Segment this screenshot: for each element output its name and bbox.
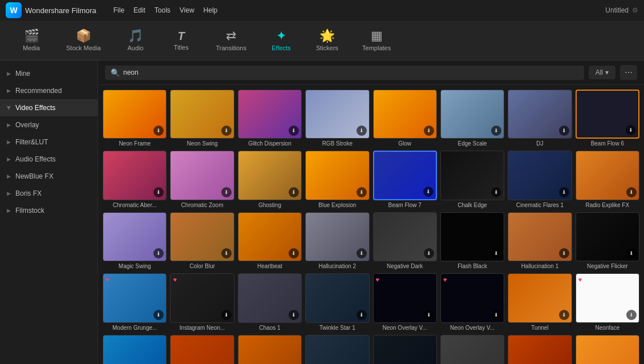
download-icon-instagram-neon[interactable]: ⬇ [221,310,232,320]
more-options-button[interactable]: ⋯ [620,65,637,80]
effect-item-chaos-1[interactable]: ⬇Chaos 1 [238,273,302,331]
menu-file[interactable]: File [114,6,124,14]
download-icon-tunnel[interactable]: ⬇ [559,310,569,320]
effect-item-hallucination-1[interactable]: ⬇Hallucination 1 [508,212,572,270]
effect-item-blur-to-clear[interactable]: ⬇Blur to Clear [576,335,639,364]
effect-item-flash-white-1[interactable]: ⬇Flash White 1 [440,335,504,364]
effect-item-neon-frame[interactable]: ⬇Neon Frame [103,90,167,147]
download-icon-negative-dark[interactable]: ⬇ [424,248,434,258]
download-icon-dj[interactable]: ⬇ [559,126,569,136]
effect-thumb-negative-dark: ⬇ [373,212,437,261]
effect-item-glow[interactable]: ⬇Glow [373,90,437,147]
download-icon-neon-overlay-v1[interactable]: ⬇ [424,310,434,320]
effect-item-instagram-neon[interactable]: ♥⬇Instagram Neon... [170,273,234,331]
sidebar-item-boris-fx[interactable]: ▶ Boris FX [0,185,98,202]
effect-item-dj[interactable]: ⬇DJ [508,90,572,147]
download-icon-flash-black-r3[interactable]: ⬇ [491,248,501,258]
download-icon-hallucination-1[interactable]: ⬇ [559,248,569,258]
effect-item-chromatic-zoom[interactable]: ⬇Chromatic Zoom [170,151,234,208]
effect-item-startburst-9[interactable]: ⬇Startburst 9 [103,335,167,364]
effect-item-magic-swing[interactable]: ⬇Magic Swing [103,212,167,270]
download-icon-radio-explike[interactable]: ⬇ [626,187,637,197]
download-icon-glow[interactable]: ⬇ [424,126,434,136]
effect-item-rgb-stroke[interactable]: ⬇RGB Stroke [305,90,369,147]
download-icon-twinkle-star[interactable]: ⬇ [357,310,367,320]
effect-label-neon-overlay-v2: Neon Overlay V... [440,325,504,331]
download-icon-rgb-stroke[interactable]: ⬇ [357,126,367,136]
effect-item-heartbeat[interactable]: ⬇Heartbeat [238,212,302,270]
download-icon-neonface[interactable]: ⬇ [626,310,637,320]
menu-tools[interactable]: Tools [155,6,171,14]
effect-item-twinkle-star[interactable]: ⬇Twinkle Star 1 [305,273,369,331]
sidebar-item-filter-lut[interactable]: ▶ Filter&LUT [0,134,98,151]
toolbar-audio[interactable]: 🎵 Audio [116,25,156,56]
sidebar-item-mine[interactable]: ▶ Mine [0,65,98,82]
menu-edit[interactable]: Edit [133,6,145,14]
effect-item-ghosting[interactable]: ⬇Ghosting [238,151,302,208]
download-icon-chalk-edge[interactable]: ⬇ [491,187,501,197]
effect-item-beam-flow-6[interactable]: ⬇Beam Flow 6 [576,90,639,147]
effect-item-chalk-edge[interactable]: ⬇Chalk Edge [440,151,504,208]
toolbar-media[interactable]: 🎬 Media [11,25,51,56]
menu-help[interactable]: Help [204,6,218,14]
toolbar-titles[interactable]: T Titles [161,26,201,55]
effect-item-flash-white-2[interactable]: ⬇Flash White 2 [170,335,234,364]
toolbar-templates[interactable]: ▦ Templates [353,25,400,56]
download-icon-chromatic-aber[interactable]: ⬇ [153,187,164,197]
download-icon-neon-frame[interactable]: ⬇ [153,126,164,136]
effect-item-radio-explike[interactable]: ⬇Radio Explike FX [576,151,639,208]
download-icon-hallucination-2[interactable]: ⬇ [357,248,367,258]
effect-item-chromatic-aber[interactable]: ⬇Chromatic Aber... [103,151,167,208]
effect-item-glitch-disp[interactable]: ⬇Glitch Dispersion [238,90,302,147]
sidebar-item-filmstock[interactable]: ▶ Filmstock [0,202,98,219]
download-icon-heartbeat[interactable]: ⬇ [289,248,299,258]
sidebar-item-video-effects[interactable]: ▶ Video Effects [0,99,98,116]
toolbar-transitions[interactable]: ⇄ Transitions [207,25,256,56]
effect-item-flash-black-r3[interactable]: ⬇Flash Black [440,212,504,270]
filter-button[interactable]: All ▾ [589,66,615,79]
download-icon-beam-flow-7[interactable]: ⬇ [423,187,434,197]
menu-view[interactable]: View [180,6,195,14]
download-icon-color-blur[interactable]: ⬇ [221,248,232,258]
download-icon-modern-grunge[interactable]: ⬇ [153,310,164,320]
effect-item-hallucination-2[interactable]: ⬇Hallucination 2 [305,212,369,270]
sidebar-item-newblue-fx[interactable]: ▶ NewBlue FX [0,168,98,185]
effect-item-countdown-tim[interactable]: ⬇Countdown Tim... [305,335,369,364]
download-icon-chaos-1[interactable]: ⬇ [289,310,299,320]
sidebar-item-audio-effects[interactable]: ▶ Audio Effects [0,151,98,168]
download-icon-magic-swing[interactable]: ⬇ [153,248,164,258]
download-icon-beam-flow-6[interactable]: ⬇ [626,125,636,135]
effect-item-color-blur[interactable]: ⬇Color Blur [170,212,234,270]
sidebar-item-overlay[interactable]: ▶ Overlay [0,116,98,134]
download-icon-neon-swing[interactable]: ⬇ [221,126,232,136]
download-icon-ghosting[interactable]: ⬇ [289,187,299,197]
toolbar-stock-media[interactable]: 📦 Stock Media [57,25,110,56]
search-input-wrap[interactable]: 🔍 [105,66,584,80]
download-icon-neon-overlay-v2[interactable]: ⬇ [491,310,501,320]
search-input[interactable] [123,68,578,76]
effect-item-neon-overlay-v2[interactable]: ♥⬇Neon Overlay V... [440,273,504,331]
download-icon-chromatic-zoom[interactable]: ⬇ [221,187,232,197]
effect-item-neonface[interactable]: ♥⬇Neonface [576,273,639,331]
effect-item-flash-black-r4[interactable]: ⬇Flash Black [238,335,302,364]
effect-item-blue-explosion[interactable]: ⬇Blue Explosion [305,151,369,208]
effect-item-edge-scale[interactable]: ⬇Edge Scale [440,90,504,147]
effect-item-negative-flicker[interactable]: ⬇Negative Flicker [576,212,639,270]
effect-item-negative-dark[interactable]: ⬇Negative Dark [373,212,437,270]
download-icon-edge-scale[interactable]: ⬇ [491,126,501,136]
effect-item-beam-flow-7[interactable]: ⬇Beam Flow 7 [373,151,437,208]
effect-item-neon-overlay-v1[interactable]: ♥⬇Neon Overlay V... [373,273,437,331]
effect-item-scanline-blur[interactable]: ⬇ScanLine Blur [508,335,572,364]
toolbar-effects[interactable]: ✦ Effects [261,25,301,56]
effect-item-cool[interactable]: ⬇Cool [373,335,437,364]
download-icon-cinematic-flares[interactable]: ⬇ [559,187,569,197]
effect-item-tunnel[interactable]: ⬇Tunnel [508,273,572,331]
sidebar-item-recommended[interactable]: ▶ Recommended [0,82,98,99]
download-icon-blue-explosion[interactable]: ⬇ [357,187,367,197]
download-icon-negative-flicker[interactable]: ⬇ [626,248,637,258]
download-icon-glitch-disp[interactable]: ⬇ [289,126,299,136]
toolbar-stickers[interactable]: 🌟 Stickers [307,25,347,56]
effect-item-modern-grunge[interactable]: ♥⬇Modern Grunge... [103,273,167,331]
effect-item-cinematic-flares[interactable]: ⬇Cinematic Flares 1 [508,151,572,208]
effect-item-neon-swing[interactable]: ⬇Neon Swing [170,90,234,147]
